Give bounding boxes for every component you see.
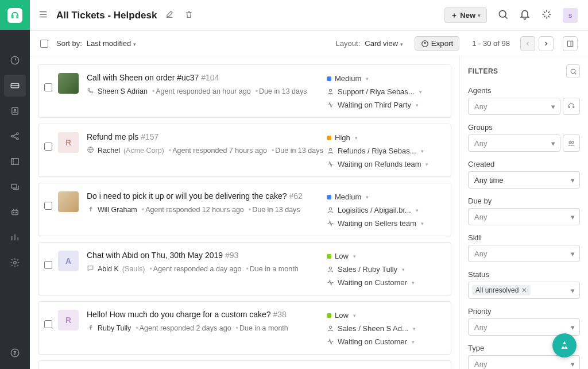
ticket-activity: Agent responded 7 hours ago: [168, 147, 267, 155]
nav-dashboard[interactable]: [4, 49, 26, 71]
nav-forums[interactable]: [4, 176, 26, 198]
svg-point-18: [329, 148, 331, 151]
ticket-title[interactable]: Chat with Abid on Thu, 30th May 2019 #93: [87, 251, 327, 260]
priority-dropdown[interactable]: Medium▾: [327, 193, 442, 201]
svg-point-6: [17, 138, 18, 140]
edit-view-icon[interactable]: [165, 10, 174, 21]
user-avatar[interactable]: s: [563, 8, 578, 23]
channel-icon: [87, 87, 94, 96]
ticket-title[interactable]: Refund me pls #157: [87, 132, 327, 141]
assignee-dropdown[interactable]: Sales / Sheen S Ad...▾: [327, 324, 442, 333]
ticket-responder[interactable]: Abid K: [98, 265, 119, 273]
assignee-label: Refunds / Riya Sebas...: [338, 147, 416, 155]
nav-social[interactable]: [4, 125, 26, 147]
freshworks-fab[interactable]: [552, 333, 577, 358]
nav-reports[interactable]: [4, 226, 26, 248]
new-button[interactable]: New ▾: [444, 7, 487, 23]
activity-icon: [327, 101, 334, 109]
status-label: Waiting on Sellers team: [338, 219, 416, 228]
filter-groups-me-button[interactable]: [563, 134, 580, 152]
assignee-dropdown[interactable]: Support / Riya Sebas...▾: [327, 87, 442, 96]
filters-heading: FILTERS: [468, 67, 498, 75]
ticket-checkbox[interactable]: [44, 261, 52, 269]
nav-tickets[interactable]: [4, 75, 26, 97]
ticket-responder[interactable]: Will Graham: [98, 206, 137, 214]
delete-view-icon[interactable]: [184, 10, 194, 21]
priority-indicator: [327, 195, 331, 199]
assignee-label: Sales / Sheen S Ad...: [338, 324, 408, 333]
nav-marketplace[interactable]: [10, 348, 20, 360]
ticket-card[interactable]: S Update on order #uc928 #94 Sara Agent …: [38, 360, 451, 369]
brand-logo[interactable]: [7, 8, 22, 23]
ticket-card[interactable]: R Hello! How much do you charge for a cu…: [38, 301, 451, 355]
filter-agents-me-button[interactable]: [563, 98, 580, 115]
status-label: Waiting on Refunds team: [338, 160, 421, 168]
filter-search-icon[interactable]: [566, 64, 580, 78]
assignee-dropdown[interactable]: Sales / Ruby Tully▾: [327, 265, 442, 274]
menu-toggle-icon[interactable]: [38, 9, 48, 21]
activity-icon: [327, 338, 334, 345]
filter-status-select[interactable]: All unresolved✕ ▾: [468, 282, 580, 299]
status-dropdown[interactable]: Waiting on Sellers team▾: [327, 219, 442, 228]
filter-created-select[interactable]: Any time▾: [468, 171, 580, 189]
svg-point-13: [499, 10, 506, 17]
ticket-checkbox[interactable]: [44, 202, 52, 210]
ticket-card[interactable]: R Refund me pls #157 Rachel (Acme Corp) …: [38, 124, 451, 177]
ticket-checkbox[interactable]: [44, 83, 52, 91]
layout-dropdown[interactable]: Card view ▾: [365, 39, 403, 48]
layout-toggle-icon[interactable]: [563, 36, 578, 51]
svg-point-5: [17, 133, 18, 134]
search-icon[interactable]: [497, 9, 509, 22]
ticket-responder[interactable]: Ruby Tully: [98, 324, 131, 332]
remove-tag-icon[interactable]: ✕: [521, 286, 527, 294]
nav-admin[interactable]: [4, 252, 26, 274]
status-dropdown[interactable]: Waiting on Customer▾: [327, 278, 442, 287]
ticket-card[interactable]: Do i need to pick it up or will you be d…: [38, 183, 451, 236]
chevron-down-icon: ▾: [412, 280, 415, 286]
ticket-card[interactable]: A Chat with Abid on Thu, 30th May 2019 #…: [38, 242, 451, 295]
ticket-activity: Agent responded 2 days ago: [134, 324, 231, 332]
sparkle-icon[interactable]: [541, 9, 552, 22]
ticket-title[interactable]: Hello! How much do you charge for a cust…: [87, 310, 327, 319]
filter-agents-select[interactable]: Any▾: [468, 98, 560, 115]
chevron-down-icon: ▾: [425, 162, 428, 167]
sort-dropdown[interactable]: Last modified ▾: [87, 39, 136, 48]
assignee-dropdown[interactable]: Logisitics / Abigail.br...▾: [327, 206, 442, 214]
svg-point-24: [571, 69, 575, 74]
nav-solutions[interactable]: [4, 151, 26, 172]
chevron-down-icon: ▾: [416, 102, 419, 108]
ticket-number: #93: [225, 251, 238, 260]
nav-bot[interactable]: [4, 201, 26, 223]
assignee-label: Logisitics / Abigail.br...: [338, 206, 411, 214]
ticket-title[interactable]: Call with Sheen on order #uc37 #104: [87, 73, 327, 82]
priority-dropdown[interactable]: High▾: [327, 133, 442, 142]
status-label: Waiting on Customer: [338, 278, 407, 287]
priority-label: Low: [335, 311, 349, 320]
ticket-checkbox[interactable]: [44, 320, 52, 328]
ticket-checkbox[interactable]: [44, 143, 52, 151]
status-dropdown[interactable]: Waiting on Refunds team▾: [327, 160, 442, 168]
prev-page-button[interactable]: [520, 36, 535, 51]
filter-status-tag[interactable]: All unresolved✕: [472, 285, 531, 295]
filter-groups-select[interactable]: Any▾: [468, 134, 560, 152]
svg-point-10: [16, 212, 17, 213]
assignee-dropdown[interactable]: Refunds / Riya Sebas...▾: [327, 147, 442, 155]
notifications-icon[interactable]: [519, 9, 531, 22]
status-dropdown[interactable]: Waiting on Third Party▾: [327, 101, 442, 109]
priority-dropdown[interactable]: Medium▾: [327, 74, 442, 83]
status-dropdown[interactable]: Waiting on Customer▾: [327, 337, 442, 346]
nav-contacts[interactable]: [4, 100, 26, 122]
ticket-card[interactable]: Call with Sheen on order #uc37 #104 Shee…: [38, 64, 451, 118]
export-button[interactable]: Export: [415, 36, 460, 51]
ticket-responder[interactable]: Rachel: [98, 147, 120, 155]
next-page-button[interactable]: [539, 36, 554, 51]
priority-dropdown[interactable]: Low▾: [327, 311, 442, 320]
ticket-responder[interactable]: Sheen S Adrian: [98, 87, 148, 95]
chevron-down-icon: ▾: [366, 194, 369, 200]
user-icon: [327, 147, 334, 155]
select-all-checkbox[interactable]: [40, 40, 48, 48]
filter-dueby-select[interactable]: Any▾: [468, 208, 580, 225]
filter-skill-select[interactable]: Any▾: [468, 245, 580, 262]
priority-dropdown[interactable]: Low▾: [327, 252, 442, 260]
ticket-title[interactable]: Do i need to pick it up or will you be d…: [87, 191, 327, 201]
